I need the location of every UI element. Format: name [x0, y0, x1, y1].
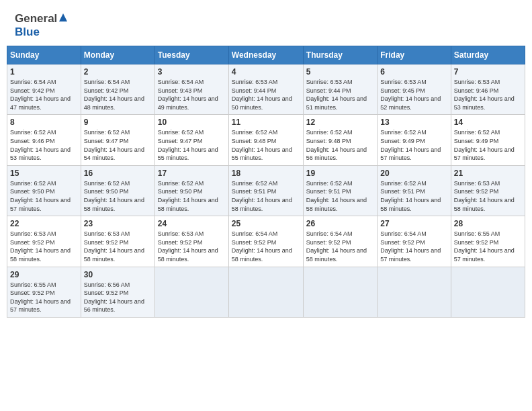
day-info: Sunrise: 6:52 AMSunset: 9:49 PMDaylight:… [454, 128, 522, 162]
calendar-cell: 11Sunrise: 6:52 AMSunset: 9:48 PMDayligh… [228, 115, 303, 165]
day-info: Sunrise: 6:52 AMSunset: 9:47 PMDaylight:… [158, 128, 226, 162]
day-number: 27 [380, 219, 447, 228]
calendar-cell: 16Sunrise: 6:52 AMSunset: 9:50 PMDayligh… [81, 165, 154, 216]
header-friday: Friday [378, 46, 451, 64]
calendar-cell: 22Sunrise: 6:53 AMSunset: 9:52 PMDayligh… [7, 216, 81, 267]
header-tuesday: Tuesday [154, 46, 228, 64]
logo: General Blue [15, 12, 68, 39]
day-info: Sunrise: 6:53 AMSunset: 9:52 PMDaylight:… [84, 230, 152, 263]
calendar-cell: 1Sunrise: 6:54 AMSunset: 9:42 PMDaylight… [7, 64, 81, 115]
day-info: Sunrise: 6:54 AMSunset: 9:52 PMDaylight:… [306, 230, 374, 263]
day-info: Sunrise: 6:56 AMSunset: 9:52 PMDaylight:… [84, 281, 152, 314]
day-info: Sunrise: 6:54 AMSunset: 9:42 PMDaylight:… [10, 78, 78, 111]
calendar-cell: 24Sunrise: 6:53 AMSunset: 9:52 PMDayligh… [154, 216, 228, 267]
calendar-cell [378, 267, 451, 317]
day-number: 19 [306, 169, 374, 178]
calendar-cell: 29Sunrise: 6:55 AMSunset: 9:52 PMDayligh… [7, 267, 81, 317]
calendar-cell [303, 267, 377, 317]
day-number: 9 [84, 118, 152, 127]
calendar-cell: 13Sunrise: 6:52 AMSunset: 9:49 PMDayligh… [378, 115, 451, 165]
day-number: 29 [10, 270, 78, 279]
calendar-cell: 30Sunrise: 6:56 AMSunset: 9:52 PMDayligh… [81, 267, 154, 317]
day-number: 2 [84, 67, 152, 77]
day-info: Sunrise: 6:52 AMSunset: 9:47 PMDaylight:… [84, 128, 152, 162]
calendar-cell: 10Sunrise: 6:52 AMSunset: 9:47 PMDayligh… [154, 115, 228, 165]
day-info: Sunrise: 6:52 AMSunset: 9:46 PMDaylight:… [10, 128, 78, 162]
day-info: Sunrise: 6:54 AMSunset: 9:42 PMDaylight:… [84, 78, 152, 111]
day-info: Sunrise: 6:53 AMSunset: 9:46 PMDaylight:… [454, 78, 522, 111]
calendar-cell: 7Sunrise: 6:53 AMSunset: 9:46 PMDaylight… [451, 64, 525, 115]
day-info: Sunrise: 6:52 AMSunset: 9:51 PMDaylight:… [306, 179, 374, 213]
calendar-cell: 2Sunrise: 6:54 AMSunset: 9:42 PMDaylight… [81, 64, 154, 115]
calendar-cell: 25Sunrise: 6:54 AMSunset: 9:52 PMDayligh… [228, 216, 303, 267]
day-info: Sunrise: 6:53 AMSunset: 9:44 PMDaylight:… [306, 78, 374, 111]
day-info: Sunrise: 6:53 AMSunset: 9:45 PMDaylight:… [380, 78, 447, 111]
day-number: 17 [158, 169, 226, 178]
day-info: Sunrise: 6:53 AMSunset: 9:52 PMDaylight:… [158, 230, 226, 263]
calendar-cell: 28Sunrise: 6:55 AMSunset: 9:52 PMDayligh… [451, 216, 525, 267]
calendar-cell [451, 267, 525, 317]
logo-general-text: General [15, 12, 57, 26]
calendar-week-row: 22Sunrise: 6:53 AMSunset: 9:52 PMDayligh… [7, 216, 525, 267]
day-number: 4 [232, 67, 300, 77]
calendar-cell: 9Sunrise: 6:52 AMSunset: 9:47 PMDaylight… [81, 115, 154, 165]
calendar-week-row: 8Sunrise: 6:52 AMSunset: 9:46 PMDaylight… [7, 115, 525, 165]
header-thursday: Thursday [303, 46, 377, 64]
calendar-cell: 12Sunrise: 6:52 AMSunset: 9:48 PMDayligh… [303, 115, 377, 165]
day-number: 8 [10, 118, 78, 127]
calendar-cell: 19Sunrise: 6:52 AMSunset: 9:51 PMDayligh… [303, 165, 377, 216]
day-info: Sunrise: 6:53 AMSunset: 9:52 PMDaylight:… [10, 230, 78, 263]
day-info: Sunrise: 6:52 AMSunset: 9:50 PMDaylight:… [84, 179, 152, 213]
day-info: Sunrise: 6:52 AMSunset: 9:48 PMDaylight:… [232, 128, 300, 162]
svg-marker-0 [59, 13, 67, 21]
day-number: 23 [84, 219, 152, 228]
calendar-cell: 17Sunrise: 6:52 AMSunset: 9:50 PMDayligh… [154, 165, 228, 216]
day-number: 7 [454, 67, 522, 77]
day-number: 1 [10, 67, 78, 77]
calendar-cell: 15Sunrise: 6:52 AMSunset: 9:50 PMDayligh… [7, 165, 81, 216]
logo-triangle-icon [58, 13, 68, 25]
logo-blue-text: Blue [15, 26, 40, 38]
day-number: 22 [10, 219, 78, 228]
calendar-week-row: 15Sunrise: 6:52 AMSunset: 9:50 PMDayligh… [7, 165, 525, 216]
day-number: 5 [306, 67, 374, 77]
day-info: Sunrise: 6:53 AMSunset: 9:52 PMDaylight:… [454, 179, 522, 213]
calendar-cell [228, 267, 303, 317]
day-info: Sunrise: 6:52 AMSunset: 9:48 PMDaylight:… [306, 128, 374, 162]
day-number: 18 [232, 169, 300, 178]
day-number: 15 [10, 169, 78, 178]
day-info: Sunrise: 6:52 AMSunset: 9:51 PMDaylight:… [232, 179, 300, 213]
calendar-cell: 8Sunrise: 6:52 AMSunset: 9:46 PMDaylight… [7, 115, 81, 165]
day-number: 30 [84, 270, 152, 279]
calendar-cell: 23Sunrise: 6:53 AMSunset: 9:52 PMDayligh… [81, 216, 154, 267]
calendar-cell: 6Sunrise: 6:53 AMSunset: 9:45 PMDaylight… [378, 64, 451, 115]
calendar-table: Sunday Monday Tuesday Wednesday Thursday… [7, 46, 525, 318]
calendar-week-row: 1Sunrise: 6:54 AMSunset: 9:42 PMDaylight… [7, 64, 525, 115]
day-number: 28 [454, 219, 522, 228]
calendar-cell: 20Sunrise: 6:52 AMSunset: 9:51 PMDayligh… [378, 165, 451, 216]
calendar-cell: 21Sunrise: 6:53 AMSunset: 9:52 PMDayligh… [451, 165, 525, 216]
day-info: Sunrise: 6:54 AMSunset: 9:52 PMDaylight:… [232, 230, 300, 263]
calendar-cell: 3Sunrise: 6:54 AMSunset: 9:43 PMDaylight… [154, 64, 228, 115]
calendar-cell: 18Sunrise: 6:52 AMSunset: 9:51 PMDayligh… [228, 165, 303, 216]
header-saturday: Saturday [451, 46, 525, 64]
day-number: 25 [232, 219, 300, 228]
calendar-cell [154, 267, 228, 317]
calendar-cell: 27Sunrise: 6:54 AMSunset: 9:52 PMDayligh… [378, 216, 451, 267]
day-info: Sunrise: 6:52 AMSunset: 9:50 PMDaylight:… [10, 179, 78, 213]
day-number: 12 [306, 118, 374, 127]
calendar-cell: 26Sunrise: 6:54 AMSunset: 9:52 PMDayligh… [303, 216, 377, 267]
header-monday: Monday [81, 46, 154, 64]
calendar-cell: 5Sunrise: 6:53 AMSunset: 9:44 PMDaylight… [303, 64, 377, 115]
calendar-week-row: 29Sunrise: 6:55 AMSunset: 9:52 PMDayligh… [7, 267, 525, 317]
day-number: 11 [232, 118, 300, 127]
day-info: Sunrise: 6:54 AMSunset: 9:43 PMDaylight:… [158, 78, 226, 111]
day-number: 16 [84, 169, 152, 178]
header-sunday: Sunday [7, 46, 81, 64]
page-header: General Blue [7, 7, 525, 42]
day-number: 3 [158, 67, 226, 77]
calendar-cell: 4Sunrise: 6:53 AMSunset: 9:44 PMDaylight… [228, 64, 303, 115]
day-number: 10 [158, 118, 226, 127]
day-info: Sunrise: 6:53 AMSunset: 9:44 PMDaylight:… [232, 78, 300, 111]
day-number: 20 [380, 169, 447, 178]
